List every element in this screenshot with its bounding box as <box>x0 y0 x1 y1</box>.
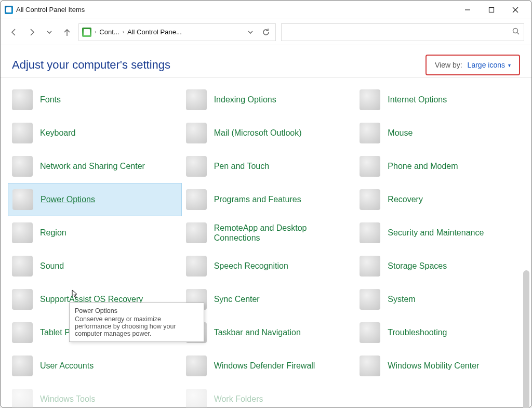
titlebar: All Control Panel Items <box>1 1 531 19</box>
search-input[interactable] <box>286 28 512 36</box>
nav-toolbar: › Cont... › All Control Pane... <box>1 19 531 45</box>
control-panel-item[interactable]: Storage Spaces <box>355 249 529 283</box>
item-label: Keyboard <box>40 128 76 138</box>
breadcrumb-seg1[interactable]: Cont... <box>99 28 119 36</box>
control-panel-item[interactable]: Troubleshooting <box>355 316 529 349</box>
item-label: Speech Recognition <box>214 261 288 271</box>
item-label: Internet Options <box>388 95 447 104</box>
chevron-down-icon: ▾ <box>508 62 511 68</box>
gray-icon <box>186 256 207 277</box>
item-label: Mouse <box>388 128 413 138</box>
gray-icon <box>12 123 33 143</box>
blue-icon <box>12 322 33 343</box>
firewall-icon <box>186 356 207 376</box>
blue-icon <box>360 356 380 376</box>
item-label: Region <box>40 228 66 238</box>
gray-icon <box>186 89 207 110</box>
gray-icon <box>360 123 380 143</box>
control-panel-item[interactable]: Network and Sharing Center <box>8 150 182 183</box>
item-label: Windows Mobility Center <box>388 361 479 371</box>
control-panel-item[interactable]: Region <box>8 216 182 249</box>
item-label: Network and Sharing Center <box>40 161 145 171</box>
green-icon <box>12 356 33 376</box>
up-button[interactable] <box>61 26 73 38</box>
address-bar[interactable]: › Cont... › All Control Pane... <box>78 23 276 41</box>
control-panel-item[interactable]: Sync Center <box>182 283 356 316</box>
globe-icon <box>360 89 380 110</box>
battery-icon <box>12 189 33 210</box>
blue-icon <box>186 222 207 243</box>
control-panel-item[interactable]: Security and Maintenance <box>355 216 529 249</box>
forward-button[interactable] <box>25 26 38 38</box>
control-panel-window: All Control Panel Items › Cont... › <box>0 0 532 408</box>
control-panel-item[interactable]: Keyboard <box>8 116 182 150</box>
view-by-control[interactable]: View by: Large icons ▾ <box>425 55 520 75</box>
blue-icon <box>12 156 33 177</box>
control-panel-item[interactable]: Sound <box>8 249 182 283</box>
gray-icon <box>186 156 207 177</box>
item-label: Security and Maintenance <box>388 228 484 238</box>
search-box[interactable] <box>281 23 524 41</box>
tooltip-title: Power Options <box>75 307 198 314</box>
control-panel-item[interactable]: Work Folders <box>182 383 356 408</box>
item-label: Taskbar and Navigation <box>214 327 301 337</box>
green-icon <box>360 189 380 210</box>
tooltip: Power Options Conserve energy or maximiz… <box>69 302 204 342</box>
control-panel-item[interactable]: Mail (Microsoft Outlook) <box>182 116 356 150</box>
item-label: Recovery <box>388 194 423 204</box>
blue-icon <box>360 322 380 343</box>
minimize-button[interactable] <box>456 2 480 18</box>
control-panel-item[interactable]: Speech Recognition <box>182 249 356 283</box>
item-label: RemoteApp and Desktop Connections <box>214 223 334 243</box>
control-panel-item[interactable]: RemoteApp and Desktop Connections <box>182 216 356 249</box>
item-label: User Accounts <box>40 361 94 371</box>
gray-icon <box>360 156 380 177</box>
control-panel-item[interactable]: User Accounts <box>8 349 182 383</box>
item-label: Windows Tools <box>40 394 95 404</box>
control-panel-item[interactable]: Mouse <box>355 116 529 150</box>
clock-icon <box>12 222 33 243</box>
speaker-icon <box>12 256 33 277</box>
control-panel-item[interactable]: Windows Tools <box>8 383 182 408</box>
address-dropdown-button[interactable] <box>244 26 257 38</box>
item-label: Windows Defender Firewall <box>214 361 315 371</box>
control-panel-item[interactable]: Programs and Features <box>182 183 356 216</box>
folder-icon <box>186 389 207 408</box>
svg-rect-1 <box>489 7 494 12</box>
back-button[interactable] <box>8 26 20 38</box>
chevron-right-icon: › <box>95 29 96 35</box>
item-label: Indexing Options <box>214 95 276 104</box>
window-title: All Control Panel Items <box>16 6 85 14</box>
item-label: Pen and Touch <box>214 161 269 171</box>
control-panel-item[interactable]: Recovery <box>355 183 529 216</box>
item-label: System <box>388 294 415 304</box>
control-panel-item[interactable]: Fonts <box>8 83 182 116</box>
refresh-button[interactable] <box>260 26 272 38</box>
control-panel-item[interactable]: Phone and Modem <box>355 150 529 183</box>
item-label: Work Folders <box>214 394 263 404</box>
page-title: Adjust your computer's settings <box>12 58 170 72</box>
breadcrumb-seg2[interactable]: All Control Pane... <box>127 28 182 36</box>
control-panel-icon <box>5 6 13 14</box>
control-panel-item[interactable]: Power Options <box>8 183 182 216</box>
control-panel-item[interactable]: Windows Mobility Center <box>355 349 529 383</box>
vertical-scrollbar[interactable] <box>523 270 529 408</box>
flag-icon <box>360 222 380 243</box>
chevron-right-icon: › <box>123 29 124 35</box>
control-panel-item[interactable]: Indexing Options <box>182 83 356 116</box>
disk-icon <box>360 256 380 277</box>
item-label: Fonts <box>40 95 61 104</box>
control-panel-item[interactable]: Taskbar and Navigation <box>182 316 356 349</box>
control-panel-item[interactable]: System <box>355 283 529 316</box>
maximize-button[interactable] <box>480 2 503 18</box>
view-by-value[interactable]: Large icons <box>468 61 505 69</box>
recent-locations-button[interactable] <box>43 26 56 38</box>
item-label: Programs and Features <box>214 194 301 204</box>
control-panel-item[interactable]: Internet Options <box>355 83 529 116</box>
globe-icon <box>186 123 207 143</box>
tooltip-body: Conserve energy or maximize performance … <box>75 315 198 337</box>
item-label: Phone and Modem <box>388 161 458 171</box>
close-button[interactable] <box>503 2 527 18</box>
control-panel-item[interactable]: Pen and Touch <box>182 150 356 183</box>
control-panel-item[interactable]: Windows Defender Firewall <box>182 349 356 383</box>
